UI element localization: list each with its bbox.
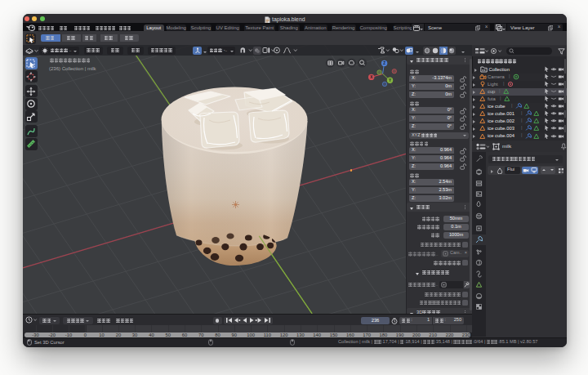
svg-text:Z: Z	[383, 61, 385, 65]
svg-text:Y: Y	[389, 78, 391, 83]
